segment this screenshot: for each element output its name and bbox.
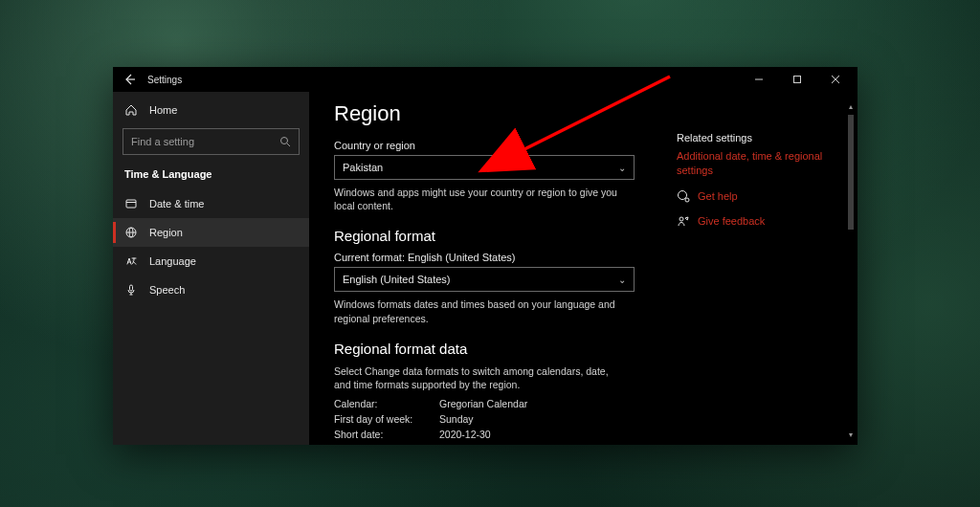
chevron-down-icon: ⌄ [618, 275, 626, 285]
regional-data-heading: Regional format data [334, 341, 640, 357]
sidebar-item-label: Date & time [149, 198, 204, 209]
sidebar-item-region[interactable]: Region [113, 218, 309, 247]
current-format-label: Current format: English (United States) [334, 252, 640, 263]
globe-icon [124, 226, 138, 239]
chevron-down-icon: ⌄ [618, 163, 626, 173]
sidebar-item-label: Region [149, 227, 183, 238]
get-help-label: Get help [698, 190, 738, 202]
calendar-value: Gregorian Calendar [439, 397, 527, 412]
sidebar-item-speech[interactable]: Speech [113, 276, 309, 304]
search-placeholder: Find a setting [131, 136, 194, 147]
scroll-down-icon[interactable]: ▾ [846, 430, 856, 439]
regional-data-help: Select Change data formats to switch amo… [334, 364, 621, 391]
shortdate-key: Short date: [334, 428, 439, 443]
firstday-value: Sunday [439, 412, 474, 428]
back-button[interactable] [122, 72, 138, 87]
svg-point-4 [281, 138, 288, 144]
svg-point-13 [685, 198, 689, 202]
search-icon [279, 136, 291, 147]
maximize-button[interactable] [781, 70, 813, 89]
feedback-icon [677, 214, 690, 228]
scroll-up-icon[interactable]: ▴ [846, 101, 856, 111]
sidebar-home[interactable]: Home [113, 96, 309, 124]
svg-point-12 [679, 190, 687, 199]
sidebar-item-label: Language [149, 255, 196, 267]
data-row-firstday: First day of week: Sunday [334, 412, 640, 428]
home-icon [124, 103, 138, 117]
get-help-link[interactable]: Get help [677, 189, 839, 203]
sidebar-item-label: Speech [149, 284, 185, 296]
firstday-key: First day of week: [334, 412, 439, 428]
country-dropdown[interactable]: Pakistan ⌄ [334, 155, 635, 180]
sidebar-item-language[interactable]: Language [113, 247, 309, 276]
sidebar: Home Find a setting Time & Language Date… [113, 92, 309, 445]
svg-line-5 [287, 143, 290, 146]
scrollbar[interactable]: ▴ ▾ [846, 101, 856, 439]
sidebar-home-label: Home [149, 104, 177, 116]
titlebar: Settings [113, 67, 858, 92]
svg-rect-1 [794, 77, 801, 83]
country-label: Country or region [334, 140, 640, 151]
format-help: Windows formats dates and times based on… [334, 298, 621, 324]
give-feedback-label: Give feedback [698, 215, 765, 227]
close-button[interactable] [819, 70, 852, 89]
settings-window: Settings Home Find a setting [113, 67, 858, 445]
svg-rect-6 [126, 200, 136, 208]
page-title: Region [334, 101, 640, 126]
format-value: English (United States) [343, 274, 451, 285]
svg-point-14 [679, 217, 683, 221]
sidebar-category: Time & Language [113, 163, 309, 187]
related-panel: Related settings Additional date, time &… [677, 101, 839, 445]
sidebar-item-date-time[interactable]: Date & time [113, 189, 309, 218]
search-input[interactable]: Find a setting [122, 128, 300, 155]
help-icon [677, 189, 690, 203]
main-content: Region Country or region Pakistan ⌄ Wind… [309, 92, 858, 445]
regional-format-heading: Regional format [334, 228, 640, 244]
related-heading: Related settings [677, 132, 839, 143]
clock-icon [124, 197, 138, 210]
data-row-shortdate: Short date: 2020-12-30 [334, 428, 640, 443]
related-link[interactable]: Additional date, time & regional setting… [677, 149, 839, 178]
window-title: Settings [147, 75, 182, 85]
format-dropdown[interactable]: English (United States) ⌄ [334, 267, 635, 292]
calendar-key: Calendar: [334, 397, 439, 412]
svg-rect-11 [130, 285, 133, 291]
country-help: Windows and apps might use your country … [334, 186, 621, 212]
minimize-button[interactable] [743, 70, 775, 89]
scroll-thumb[interactable] [848, 115, 854, 230]
language-icon [124, 254, 138, 268]
shortdate-value: 2020-12-30 [439, 428, 491, 443]
data-row-calendar: Calendar: Gregorian Calendar [334, 397, 640, 412]
microphone-icon [124, 283, 138, 297]
country-value: Pakistan [343, 162, 383, 173]
give-feedback-link[interactable]: Give feedback [677, 214, 839, 228]
